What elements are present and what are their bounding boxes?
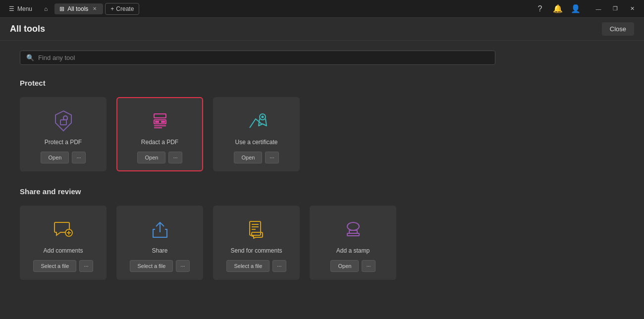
redact-pdf-actions: Open ···	[137, 152, 182, 163]
close-header-button[interactable]: Close	[602, 22, 634, 36]
use-certificate-icon	[244, 108, 269, 134]
plus-icon: +	[110, 5, 114, 12]
all-tools-tab[interactable]: ⊞ All tools ✕	[54, 3, 103, 14]
notifications-button[interactable]: 🔔	[551, 2, 565, 16]
svg-rect-1	[60, 120, 66, 125]
redact-pdf-open-button[interactable]: Open	[137, 152, 165, 163]
minimize-icon: —	[596, 6, 601, 12]
svg-point-21	[347, 222, 359, 230]
help-button[interactable]: ?	[533, 2, 547, 16]
redact-pdf-more-button[interactable]: ···	[168, 152, 182, 163]
create-button[interactable]: + Create	[105, 3, 139, 15]
share-review-section-title: Share and review	[20, 187, 624, 196]
menu-tab[interactable]: ☰ Menu	[4, 3, 37, 14]
svg-rect-6	[155, 121, 159, 123]
protect-pdf-actions: Open ···	[41, 152, 85, 163]
share-name: Share	[152, 247, 167, 254]
add-comments-more-button[interactable]: ···	[79, 260, 93, 272]
svg-rect-23	[347, 233, 359, 236]
create-label: Create	[116, 5, 134, 12]
page-title: All tools	[10, 24, 45, 34]
share-review-section: Share and review Add comments Selec	[20, 187, 624, 280]
protect-tools-grid: Protect a PDF Open ···	[20, 97, 624, 171]
svg-point-11	[261, 116, 264, 118]
add-comments-select-button[interactable]: Select a file	[33, 260, 76, 272]
use-certificate-name: Use a certificate	[235, 139, 277, 146]
home-tab[interactable]: ⌂	[39, 3, 53, 14]
protect-pdf-card: Protect a PDF Open ···	[20, 97, 107, 171]
use-certificate-open-button[interactable]: Open	[234, 152, 262, 163]
header-bar: All tools Close	[0, 18, 644, 41]
search-input[interactable]	[38, 54, 489, 61]
bell-icon: 🔔	[553, 4, 563, 13]
protect-section: Protect Protect a PDF Open ···	[20, 79, 624, 171]
add-comments-name: Add comments	[43, 247, 83, 254]
window-controls: — ❐ ✕	[590, 2, 640, 16]
share-review-tools-grid: Add comments Select a file ··· Share	[20, 206, 624, 280]
all-tools-tab-label: All tools	[67, 5, 88, 12]
share-card: Share Select a file ···	[116, 206, 203, 280]
maximize-button[interactable]: ❐	[607, 2, 623, 16]
add-stamp-open-button[interactable]: Open	[330, 260, 359, 272]
search-box: 🔍	[20, 51, 495, 65]
send-for-comments-more-button[interactable]: ···	[272, 260, 286, 272]
maximize-icon: ❐	[613, 5, 618, 12]
close-tab-icon[interactable]: ✕	[91, 5, 98, 12]
title-bar-right: ? 🔔 👤 — ❐ ✕	[533, 2, 640, 16]
add-comments-actions: Select a file ···	[33, 260, 93, 272]
protect-section-title: Protect	[20, 79, 624, 87]
help-icon: ?	[538, 4, 542, 13]
menu-icon: ☰	[9, 5, 14, 12]
search-icon: 🔍	[26, 54, 34, 61]
svg-marker-0	[55, 111, 71, 131]
protect-pdf-name: Protect a PDF	[45, 139, 82, 146]
search-container: 🔍	[20, 51, 624, 65]
add-stamp-name: Add a stamp	[336, 247, 370, 254]
user-button[interactable]: 👤	[569, 2, 583, 16]
send-for-comments-icon	[244, 216, 269, 242]
use-certificate-more-button[interactable]: ···	[265, 152, 278, 163]
protect-pdf-icon	[51, 108, 76, 134]
close-window-button[interactable]: ✕	[624, 2, 640, 16]
user-icon: 👤	[571, 4, 581, 13]
title-bar-left: ☰ Menu ⌂ ⊞ All tools ✕ + Create	[4, 3, 531, 15]
svg-rect-4	[154, 114, 166, 118]
add-stamp-more-button[interactable]: ···	[362, 260, 375, 272]
share-select-button[interactable]: Select a file	[130, 260, 173, 272]
redact-pdf-name: Redact a PDF	[141, 139, 178, 146]
svg-rect-7	[161, 121, 165, 123]
add-stamp-icon	[340, 216, 366, 242]
add-comments-icon	[51, 216, 76, 242]
add-comments-card: Add comments Select a file ···	[20, 206, 107, 280]
use-certificate-card: Use a certificate Open ···	[213, 97, 300, 171]
share-icon	[147, 216, 173, 242]
send-for-comments-select-button[interactable]: Select a file	[226, 260, 269, 272]
redact-pdf-card: Redact a PDF Open ···	[116, 97, 203, 171]
protect-pdf-more-button[interactable]: ···	[72, 152, 85, 163]
home-icon: ⌂	[44, 5, 48, 12]
share-more-button[interactable]: ···	[176, 260, 189, 272]
add-stamp-actions: Open ···	[330, 260, 375, 272]
redact-pdf-icon	[147, 108, 173, 134]
close-window-icon: ✕	[630, 5, 635, 12]
menu-label: Menu	[17, 5, 32, 12]
send-for-comments-actions: Select a file ···	[226, 260, 286, 272]
share-actions: Select a file ···	[130, 260, 189, 272]
use-certificate-actions: Open ···	[234, 152, 278, 163]
title-bar: ☰ Menu ⌂ ⊞ All tools ✕ + Create ? 🔔 👤 —	[0, 0, 644, 18]
grid-icon: ⊞	[59, 5, 64, 12]
minimize-button[interactable]: —	[590, 2, 606, 16]
send-for-comments-name: Send for comments	[230, 247, 282, 254]
protect-pdf-open-button[interactable]: Open	[41, 152, 69, 163]
content-area: 🔍 Protect Protect a PDF	[0, 41, 644, 319]
add-stamp-card: Add a stamp Open ···	[310, 206, 396, 280]
send-for-comments-card: Send for comments Select a file ···	[213, 206, 300, 280]
